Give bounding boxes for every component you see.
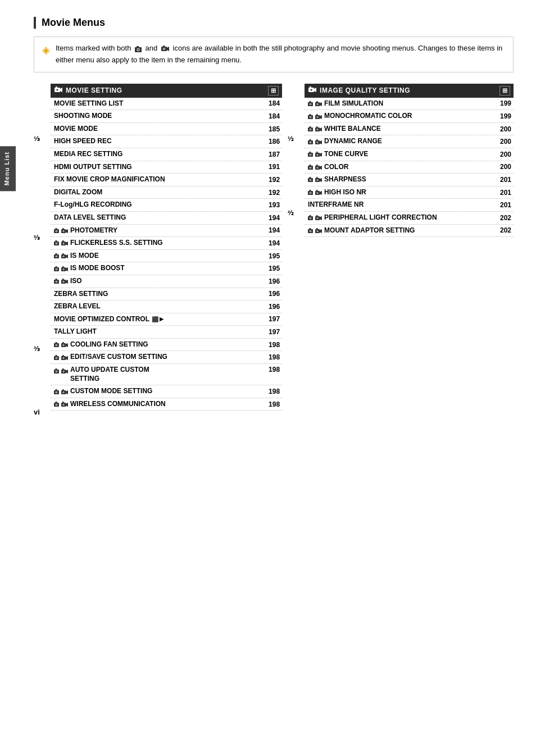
row-page: 193	[265, 201, 282, 209]
dual-icon	[54, 265, 69, 273]
right-table-pages: ⊞	[499, 86, 510, 95]
movie-setting-icon	[54, 86, 63, 95]
svg-point-124	[317, 116, 318, 117]
list-item: CUSTOM MODE SETTING 198	[51, 385, 282, 398]
row-page: 198	[265, 366, 282, 374]
svg-point-3	[138, 49, 139, 51]
both-icons	[54, 341, 69, 349]
row-page: 186	[265, 138, 282, 145]
svg-point-155	[310, 167, 311, 168]
both-cameras-icon	[308, 226, 322, 235]
dual-icon	[54, 252, 69, 260]
row-page: 196	[265, 303, 282, 311]
page-title-section: Movie Menus	[34, 17, 514, 29]
list-item: IS MODE BOOST 195	[51, 262, 282, 275]
list-item: FILM SIMULATION 199	[305, 98, 514, 111]
both-icons	[54, 389, 69, 396]
row-page: 184	[265, 99, 282, 107]
svg-point-128	[310, 129, 311, 130]
section-marker-2-3: ²⁄₃	[34, 234, 40, 242]
row-page: 192	[265, 176, 282, 184]
both-icons	[308, 151, 322, 158]
row-label: PHOTOMETRY	[70, 226, 265, 235]
both-icons	[54, 266, 69, 273]
both-cameras-icon	[54, 388, 69, 396]
sidebar-label: Menu List	[0, 146, 16, 191]
link-icon: ⬛	[152, 316, 158, 323]
image-quality-icon	[308, 86, 317, 95]
both-cameras-icon	[54, 400, 69, 408]
svg-rect-59	[56, 342, 57, 344]
svg-point-79	[56, 371, 57, 372]
list-item: MONOCHROMATIC COLOR 199	[305, 110, 514, 123]
list-item: MOVIE SETTING LIST 184	[51, 98, 282, 111]
list-item: HDMI OUTPUT SETTING 191	[51, 161, 282, 174]
svg-rect-19	[62, 228, 64, 230]
svg-marker-104	[314, 88, 316, 92]
svg-point-8	[163, 48, 165, 49]
svg-rect-117	[310, 114, 311, 116]
row-page: 199	[497, 112, 514, 120]
svg-point-196	[317, 231, 318, 232]
list-item: F-Log/HLG RECORDING 193	[51, 199, 282, 212]
camera-movie-icon	[161, 45, 170, 53]
list-item: MEDIA REC SETTING 187	[51, 148, 282, 161]
svg-point-173	[310, 193, 311, 194]
svg-rect-73	[62, 355, 64, 357]
left-table-pages: ⊞	[268, 86, 279, 95]
svg-marker-63	[66, 343, 68, 347]
row-label: ISO	[70, 277, 265, 286]
row-page: 198	[265, 400, 282, 408]
svg-marker-112	[320, 102, 322, 106]
svg-point-102	[63, 404, 64, 406]
both-icons	[54, 401, 69, 408]
svg-point-164	[310, 180, 311, 181]
right-section-markers: ¹⁄₂ ²⁄₂	[288, 98, 303, 238]
svg-point-75	[63, 357, 64, 358]
both-icons	[54, 368, 69, 375]
row-label: IS MODE	[70, 252, 265, 261]
dual-icon	[308, 99, 322, 108]
list-item: TONE CURVE 200	[305, 148, 514, 161]
row-label: CUSTOM MODE SETTING	[70, 387, 265, 396]
row-page: 200	[497, 138, 514, 145]
svg-rect-28	[62, 240, 64, 242]
section-marker-3-3: ³⁄₃	[34, 345, 40, 353]
svg-rect-41	[56, 266, 57, 268]
svg-marker-90	[66, 390, 68, 394]
left-table-header: MOVIE SETTING ⊞	[51, 84, 282, 98]
info-box: ◈ Items marked with both and icons are a…	[34, 37, 514, 72]
svg-point-178	[317, 193, 318, 194]
svg-rect-176	[316, 190, 318, 192]
svg-rect-105	[310, 86, 311, 88]
row-page: 195	[265, 252, 282, 260]
dual-icon	[308, 112, 322, 120]
svg-point-61	[56, 345, 57, 346]
svg-marker-139	[320, 140, 322, 144]
svg-point-57	[63, 281, 64, 283]
row-label: ZEBRA LEVEL	[54, 302, 265, 311]
list-item: WHITE BALANCE 200	[305, 123, 514, 136]
row-label: WIRELESS COMMUNICATION	[70, 400, 265, 409]
svg-point-39	[63, 256, 64, 257]
row-label: SHOOTING MODE	[54, 112, 265, 121]
list-item: HIGH SPEED REC 186	[51, 135, 282, 148]
dual-icon	[308, 163, 322, 171]
svg-rect-113	[316, 101, 318, 103]
list-item: FIX MOVIE CROP MAGNIFICATION 192	[51, 174, 282, 186]
row-page: 194	[265, 239, 282, 247]
section-marker-1-3: ¹⁄₃	[34, 135, 40, 143]
info-text: Items marked with both and icons are ava…	[56, 43, 505, 66]
row-label: MONOCHROMATIC COLOR	[324, 112, 497, 121]
list-item: IS MODE 195	[51, 250, 282, 263]
both-icons	[54, 278, 69, 285]
svg-point-137	[310, 142, 311, 143]
svg-rect-135	[310, 139, 311, 141]
both-icons	[308, 126, 322, 133]
left-table: MOVIE SETTING ⊞ ¹⁄₃ ²⁄₃ ³⁄₃ MOVIE SETTIN…	[34, 84, 282, 411]
svg-rect-153	[310, 165, 311, 166]
row-label: DIGITAL ZOOM	[54, 188, 265, 197]
left-table-header-icon	[54, 86, 63, 95]
svg-rect-162	[310, 177, 311, 179]
row-label: EDIT/SAVE CUSTOM SETTING	[70, 353, 265, 362]
